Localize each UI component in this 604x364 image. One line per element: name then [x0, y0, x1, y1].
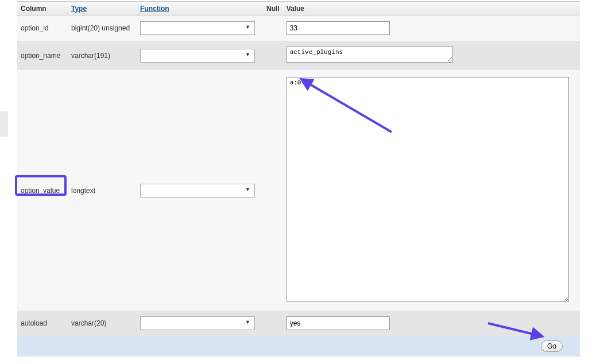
value-textarea-option-name[interactable]: [286, 47, 453, 63]
table-row: option_value longtext: [17, 70, 580, 311]
edit-form-container: Column Type Function Null Value option_i…: [17, 0, 604, 364]
header-function[interactable]: Function: [137, 2, 263, 16]
table-row: option_name varchar(191): [17, 41, 580, 70]
table-header-row: Column Type Function Null Value: [17, 2, 580, 16]
go-button[interactable]: Go: [541, 340, 563, 352]
submit-row: Go: [17, 336, 580, 357]
value-input-autoload[interactable]: [286, 316, 390, 330]
function-select[interactable]: [140, 316, 255, 330]
header-null: Null: [263, 2, 283, 16]
column-type: varchar(20): [68, 311, 137, 336]
column-name: option_id: [17, 16, 68, 41]
header-value: Value: [283, 2, 580, 16]
column-type: varchar(191): [68, 41, 137, 70]
function-select[interactable]: [140, 184, 255, 198]
edit-table: Column Type Function Null Value option_i…: [17, 1, 580, 357]
header-column: Column: [17, 2, 68, 16]
value-textarea-option-value[interactable]: [286, 77, 569, 302]
function-select[interactable]: [140, 21, 255, 35]
column-name: option_name: [17, 41, 68, 70]
value-input-option-id[interactable]: [286, 21, 390, 35]
column-type: longtext: [68, 70, 137, 311]
column-name: autoload: [17, 311, 68, 336]
header-type[interactable]: Type: [68, 2, 137, 16]
table-row: option_id bigint(20) unsigned: [17, 16, 580, 41]
column-name: option_value: [17, 70, 68, 311]
table-row: autoload varchar(20): [17, 311, 580, 336]
left-panel-stub: [0, 111, 8, 137]
function-select[interactable]: [140, 49, 255, 63]
column-type: bigint(20) unsigned: [68, 16, 137, 41]
